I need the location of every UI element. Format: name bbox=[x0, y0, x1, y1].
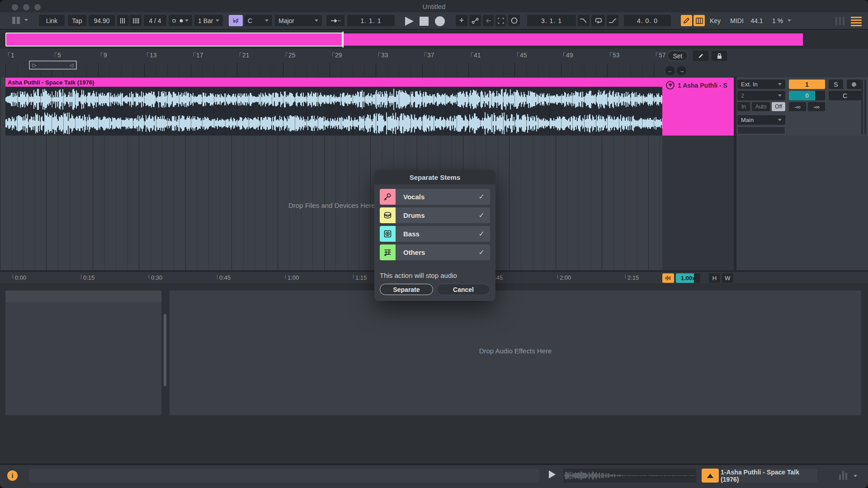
status-bar: i 1-Asha Puthli - Space Talk (1976) bbox=[0, 464, 868, 488]
stem-row-others[interactable]: Others ✓ bbox=[380, 244, 490, 260]
sample-rate-indicator: 44.1 bbox=[748, 15, 766, 26]
bar-label: 13 bbox=[150, 52, 157, 59]
play-button[interactable] bbox=[404, 16, 415, 26]
track-header[interactable]: 1 Asha Puthli - S bbox=[662, 78, 734, 136]
time-label: 0:45 bbox=[219, 274, 231, 281]
levels-caret-icon[interactable] bbox=[854, 475, 857, 477]
check-icon: ✓ bbox=[479, 230, 485, 238]
set-locator-button[interactable]: Set bbox=[667, 51, 688, 61]
zoom-width-button[interactable]: W bbox=[722, 273, 733, 283]
stem-row-bass[interactable]: Bass ✓ bbox=[380, 226, 490, 242]
quantize-selector[interactable]: 1 Bar bbox=[194, 15, 223, 26]
add-track-icon[interactable]: + bbox=[456, 15, 467, 26]
device-view-panel[interactable]: Drop Audio Effects Here bbox=[170, 291, 861, 415]
live-menu-icon[interactable] bbox=[10, 15, 22, 26]
cancel-button[interactable]: Cancel bbox=[437, 284, 490, 295]
nudge-up-icon[interactable] bbox=[130, 15, 142, 26]
time-label: 0:30 bbox=[151, 274, 162, 281]
follow-button[interactable] bbox=[326, 15, 344, 26]
prev-locator-icon[interactable]: ← bbox=[665, 66, 675, 75]
next-locator-icon[interactable]: → bbox=[677, 66, 686, 75]
solo-button[interactable]: S bbox=[829, 80, 843, 89]
preview-play-icon[interactable] bbox=[548, 470, 556, 479]
clip-waveform[interactable] bbox=[5, 87, 662, 136]
computer-midi-keyboard-icon[interactable] bbox=[693, 15, 705, 26]
track-header-empty bbox=[662, 136, 734, 271]
monitor-auto-button[interactable]: Auto bbox=[752, 102, 770, 111]
overview-view-box[interactable] bbox=[5, 33, 343, 47]
punch-in-icon[interactable] bbox=[578, 15, 590, 26]
drum-icon bbox=[380, 207, 396, 223]
current-clip-pill[interactable]: 1-Asha Puthli - Space Talk (1976) bbox=[721, 469, 817, 483]
beat-time-ruler[interactable]: 1 5 9 13 17 21 25 29 33 37 41 45 49 53 5… bbox=[0, 49, 868, 77]
time-signature-field[interactable]: 4 / 4 bbox=[144, 15, 166, 26]
clip-view-panel[interactable] bbox=[5, 291, 161, 415]
capture-midi-icon[interactable] bbox=[495, 15, 506, 26]
input-channel-selector[interactable]: 2 bbox=[737, 91, 785, 100]
punch-out-icon[interactable] bbox=[607, 15, 618, 26]
window-titlebar: Untitled bbox=[0, 0, 868, 12]
marker-pencil-icon[interactable] bbox=[693, 51, 708, 61]
current-clip-name: 1-Asha Puthli - Space Talk (1976) bbox=[721, 469, 817, 483]
scale-mode-button[interactable]: ♭♯ bbox=[229, 15, 243, 26]
session-record-icon[interactable] bbox=[508, 15, 520, 26]
overview-split-handle[interactable] bbox=[342, 32, 344, 47]
link-button[interactable]: Link bbox=[39, 15, 65, 26]
output-routing-selector[interactable]: Main bbox=[737, 115, 785, 125]
cpu-load-selector[interactable]: 1 % bbox=[769, 15, 795, 26]
waveform-zoom-icon[interactable] bbox=[662, 273, 674, 283]
arrangement-overview[interactable] bbox=[0, 31, 868, 49]
arm-record-icon[interactable] bbox=[847, 80, 861, 89]
vertical-scrollbar[interactable] bbox=[164, 314, 166, 386]
stop-button[interactable] bbox=[420, 17, 429, 26]
nudge-down-icon[interactable] bbox=[117, 15, 129, 26]
dialog-title: Separate Stems bbox=[374, 170, 495, 184]
info-icon[interactable]: i bbox=[7, 470, 18, 481]
separate-button[interactable]: Separate bbox=[380, 284, 433, 295]
scale-root-selector[interactable]: C bbox=[244, 15, 272, 26]
track-activator-button[interactable]: 1 bbox=[789, 80, 825, 89]
loop-start-handle[interactable]: ▷ bbox=[33, 62, 36, 68]
volume-slider[interactable]: 0 bbox=[789, 91, 825, 100]
input-routing-selector[interactable]: Ext. In bbox=[737, 80, 785, 89]
check-icon: ✓ bbox=[479, 248, 485, 257]
menu-hamburger-icon[interactable] bbox=[851, 17, 862, 26]
zoom-scale-field[interactable]: 1.00x bbox=[676, 273, 700, 283]
time-label: 1:00 bbox=[288, 274, 299, 281]
stem-row-drums[interactable]: Drums ✓ bbox=[380, 207, 490, 223]
clip-title-bar[interactable]: Asha Puthli - Space Talk (1976) bbox=[5, 78, 662, 87]
tap-tempo-button[interactable]: Tap bbox=[68, 15, 86, 26]
record-button[interactable] bbox=[435, 16, 445, 26]
hot-swap-icon[interactable] bbox=[702, 469, 719, 483]
zoom-height-button[interactable]: H bbox=[709, 273, 720, 283]
amp-icon bbox=[380, 226, 396, 242]
loop-length-field[interactable]: 4. 0. 0 bbox=[624, 15, 671, 26]
bar-label: 45 bbox=[520, 52, 527, 59]
automation-mode-icon[interactable] bbox=[469, 15, 481, 26]
loop-start-field[interactable]: 3. 1. 1 bbox=[527, 15, 576, 26]
arrangement-position-field[interactable]: 1. 1. 1 bbox=[347, 15, 395, 26]
sample-preview-waveform[interactable] bbox=[563, 469, 696, 483]
loop-end-handle[interactable]: ◁ bbox=[70, 62, 73, 68]
track-fold-icon[interactable] bbox=[666, 81, 675, 89]
scale-name-selector[interactable]: Major bbox=[275, 15, 322, 26]
live-menu-caret-icon[interactable] bbox=[24, 19, 28, 21]
bar-label: 25 bbox=[288, 52, 296, 59]
monitor-off-button[interactable]: Off bbox=[772, 102, 785, 111]
tempo-field[interactable]: 94.90 bbox=[89, 15, 115, 26]
device-drop-hint: Drop Audio Effects Here bbox=[170, 347, 861, 355]
draw-mode-icon[interactable] bbox=[681, 15, 692, 26]
dialog-warning: This action will stop audio bbox=[380, 272, 457, 279]
key-map-button[interactable]: Key bbox=[706, 15, 724, 26]
loop-region-brace[interactable]: ▷ ◁ bbox=[29, 61, 77, 70]
pan-knob[interactable]: C bbox=[829, 91, 861, 100]
stem-row-vocals[interactable]: Vocals ✓ bbox=[380, 189, 490, 205]
re-enable-automation-icon[interactable] bbox=[483, 15, 494, 26]
monitor-in-button[interactable]: In bbox=[737, 102, 750, 111]
groove-amount-selector[interactable] bbox=[169, 15, 192, 26]
loop-switch-icon[interactable] bbox=[591, 15, 605, 26]
bar-label: 33 bbox=[381, 52, 388, 59]
midi-map-button[interactable]: MIDI bbox=[727, 15, 747, 26]
track-delay-field[interactable] bbox=[737, 127, 785, 134]
lock-icon[interactable] bbox=[712, 51, 727, 61]
